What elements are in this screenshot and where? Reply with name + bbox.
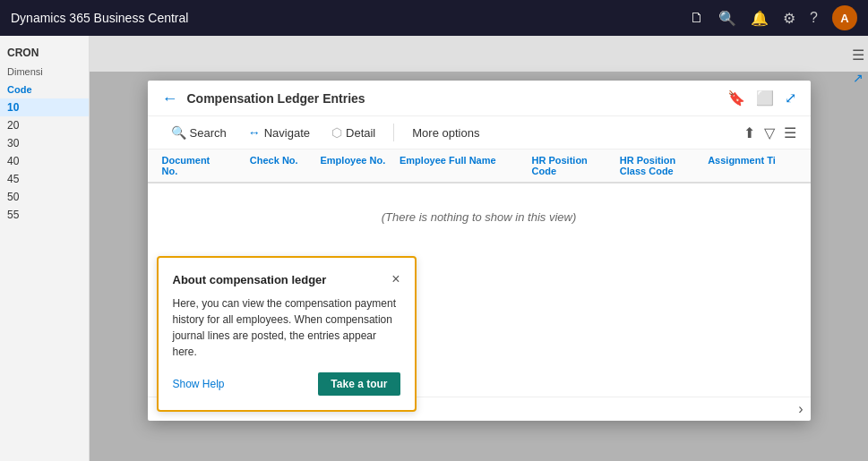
scroll-right-chevron[interactable]: › — [798, 401, 803, 417]
sidebar-col-header: Code — [0, 81, 89, 98]
main-layout: CRON Dimensi Code 10 20 30 40 45 50 55 ☰… — [0, 36, 868, 461]
sidebar-row-30[interactable]: 30 — [0, 134, 89, 152]
col-empname-label: Employee Full Name — [400, 155, 496, 166]
search-label: Search — [190, 126, 227, 140]
modal-header-icons: 🔖 ⬜ ⤢ — [727, 90, 796, 107]
bookmark-icon[interactable]: 🔖 — [727, 90, 745, 107]
empty-message: (There is nothing to show in this view) — [148, 184, 811, 251]
detail-icon: ⬡ — [331, 125, 342, 140]
col-header-employee-full-name[interactable]: Employee Full Name — [400, 155, 532, 176]
take-tour-button[interactable]: Take a tour — [318, 372, 400, 396]
toolbar-right-icons: ⬆ ▽ ☰ — [743, 124, 796, 141]
help-popup: About compensation ledger × Here, you ca… — [157, 256, 417, 412]
search-top-icon[interactable]: 🔍 — [718, 10, 736, 27]
bell-icon[interactable]: 🔔 — [751, 10, 769, 27]
modal-header: ← Compensation Ledger Entries 🔖 ⬜ ⤢ — [148, 81, 811, 116]
document-icon[interactable]: 🗋 — [690, 10, 704, 26]
sidebar-row-45[interactable]: 45 — [0, 170, 89, 188]
col-header-document-no[interactable]: DocumentNo. — [162, 155, 250, 176]
col-header-hr-position-code[interactable]: HR PositionCode — [532, 155, 620, 176]
search-icon: 🔍 — [171, 125, 186, 140]
navigate-label: Navigate — [264, 126, 310, 140]
modal-overlay: ← Compensation Ledger Entries 🔖 ⬜ ⤢ 🔍 Se… — [90, 72, 868, 461]
more-options-label: More options — [412, 126, 479, 140]
sidebar-row-10[interactable]: 10 — [0, 98, 89, 116]
app-title: Dynamics 365 Business Central — [11, 11, 679, 25]
search-button[interactable]: 🔍 Search — [162, 122, 236, 143]
sidebar-row-20[interactable]: 20 — [0, 116, 89, 134]
modal-panel: ← Compensation Ledger Entries 🔖 ⬜ ⤢ 🔍 Se… — [148, 81, 811, 421]
help-popup-header: About compensation ledger × — [173, 272, 400, 286]
detail-label: Detail — [346, 126, 375, 140]
sidebar-toggle-icon[interactable]: ☰ — [852, 47, 864, 64]
list-icon[interactable]: ☰ — [784, 124, 796, 141]
help-popup-close-button[interactable]: × — [391, 272, 400, 286]
col-hrpos-label: HR PositionCode — [532, 155, 588, 176]
modal-toolbar: 🔍 Search ↔ Navigate ⬡ Detail More option… — [148, 116, 811, 149]
back-button[interactable]: ← — [162, 90, 178, 107]
sidebar-app-name: CRON — [0, 43, 89, 63]
col-hrclass-label: HR PositionClass Code — [620, 155, 675, 176]
detail-button[interactable]: ⬡ Detail — [322, 122, 384, 143]
settings-icon[interactable]: ⚙ — [783, 10, 795, 27]
fullscreen-icon[interactable]: ⤢ — [785, 90, 796, 107]
filter-icon[interactable]: ▽ — [764, 124, 775, 141]
col-check-label: Check No. — [250, 155, 298, 166]
col-header-hr-position-class-code[interactable]: HR PositionClass Code — [620, 155, 708, 176]
navigate-icon: ↔ — [248, 125, 261, 140]
navigate-button[interactable]: ↔ Navigate — [239, 122, 319, 143]
show-help-link[interactable]: Show Help — [173, 378, 225, 390]
col-header-employee-no[interactable]: Employee No. — [321, 155, 400, 176]
help-popup-body: Here, you can view the compensation paym… — [173, 295, 400, 360]
col-empno-label: Employee No. — [321, 155, 386, 166]
modal-title: Compensation Ledger Entries — [187, 91, 718, 106]
top-navigation-bar: Dynamics 365 Business Central 🗋 🔍 🔔 ⚙ ? … — [0, 0, 868, 36]
expand-icon[interactable]: ↗ — [853, 71, 864, 85]
share-icon[interactable]: ⬜ — [756, 90, 774, 107]
sidebar: CRON Dimensi Code 10 20 30 40 45 50 55 — [0, 36, 90, 461]
help-icon[interactable]: ? — [810, 10, 818, 26]
share-action-icon[interactable]: ⬆ — [743, 124, 755, 141]
help-popup-title: About compensation ledger — [173, 273, 327, 286]
col-assign-label: Assignment Ti — [708, 155, 776, 166]
col-header-assignment-ti[interactable]: Assignment Ti — [708, 155, 795, 176]
top-bar-icons: 🗋 🔍 🔔 ⚙ ? A — [690, 5, 857, 30]
sidebar-row-55[interactable]: 55 — [0, 206, 89, 224]
toolbar-separator — [393, 124, 394, 141]
col-header-check-no[interactable]: Check No. — [250, 155, 321, 176]
sidebar-row-40[interactable]: 40 — [0, 152, 89, 170]
table-header: DocumentNo. Check No. Employee No. Emplo… — [148, 149, 811, 184]
help-popup-footer: Show Help Take a tour — [173, 372, 400, 396]
user-avatar[interactable]: A — [832, 5, 857, 30]
sidebar-row-50[interactable]: 50 — [0, 188, 89, 206]
col-doc-label: DocumentNo. — [162, 155, 211, 176]
more-options-button[interactable]: More options — [403, 123, 488, 143]
sidebar-section-label: Dimensi — [0, 63, 89, 81]
